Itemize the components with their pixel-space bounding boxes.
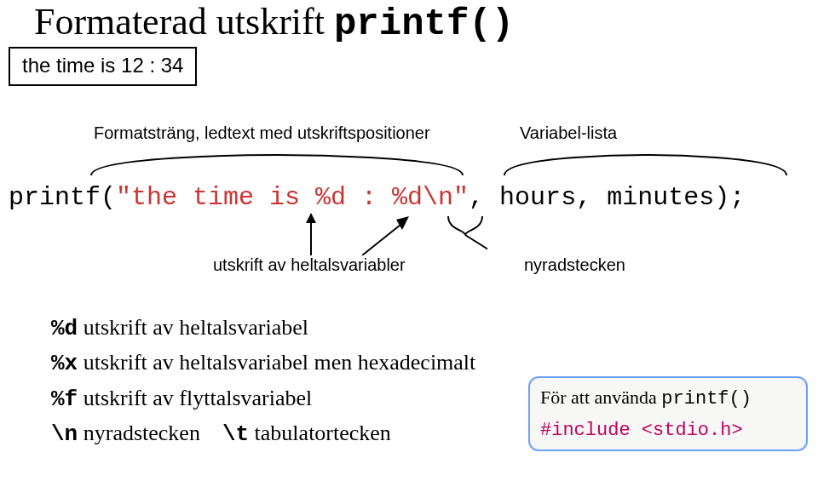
annotation-int-output: utskrift av heltalsvariabler xyxy=(213,255,406,275)
output-text: the time is 12 : 34 xyxy=(22,54,183,77)
code-prefix: printf( xyxy=(9,183,116,212)
code-x: %x xyxy=(51,351,78,376)
annotation-variable-list: Variabel-lista xyxy=(520,123,617,143)
text-x: utskrift av heltalsvariabel men hexadeci… xyxy=(84,350,476,375)
format-specifiers-list: %d utskrift av heltalsvariabel %x utskri… xyxy=(51,311,475,451)
info-line1: För att använda printf() xyxy=(540,387,796,410)
arrow-d1-icon xyxy=(294,213,328,255)
svg-marker-1 xyxy=(306,213,316,223)
list-item: \n nyradstecken \t tabulatortecken xyxy=(51,416,475,451)
text-t: tabulatortecken xyxy=(255,421,391,445)
output-box: the time is 12 : 34 xyxy=(9,47,197,86)
text-n: nyradstecken xyxy=(84,421,200,445)
list-item: %x utskrift av heltalsvariabel men hexad… xyxy=(51,346,475,381)
info-box: För att använda printf() #include <stdio… xyxy=(528,376,808,451)
annotation-format-string: Formatsträng, ledtext med utskriftsposit… xyxy=(94,123,430,143)
list-item: %f utskrift av flyttalsvariabel xyxy=(51,381,475,416)
code-line: printf("the time is %d : %d\n", hours, m… xyxy=(9,183,745,212)
code-d: %d xyxy=(51,316,78,341)
code-t: \t xyxy=(222,421,249,447)
info-line2: #include <stdio.h> xyxy=(540,420,796,441)
text-f: utskrift av flyttalsvariabel xyxy=(84,386,313,410)
code-n: \n xyxy=(51,421,78,447)
annotation-newline: nyradstecken xyxy=(524,255,625,275)
info-line1-pre: För att använda xyxy=(540,387,661,408)
svg-line-2 xyxy=(362,221,405,255)
brace-right-icon xyxy=(503,152,788,177)
title-text: Formaterad utskrift xyxy=(34,1,334,43)
svg-line-4 xyxy=(465,235,487,255)
page-title: Formaterad utskrift printf() xyxy=(34,0,514,45)
text-d: utskrift av heltalsvariabel xyxy=(84,315,308,340)
brace-newline-icon xyxy=(445,213,487,255)
title-code: printf() xyxy=(334,3,514,45)
list-item: %d utskrift av heltalsvariabel xyxy=(51,311,475,346)
code-suffix: , hours, minutes); xyxy=(469,183,745,212)
info-line1-code: printf() xyxy=(661,388,752,410)
code-f: %f xyxy=(51,387,78,412)
arrow-d2-icon xyxy=(358,213,418,255)
brace-left-icon xyxy=(89,152,464,177)
code-string: "the time is %d : %d\n" xyxy=(116,183,469,212)
svg-marker-3 xyxy=(396,216,409,230)
